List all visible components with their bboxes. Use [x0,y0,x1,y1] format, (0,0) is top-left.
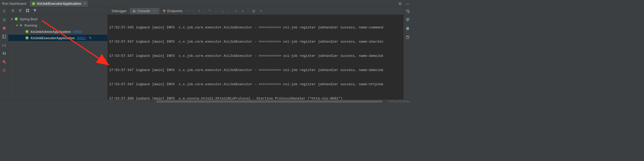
tab-debugger[interactable]: Debugger [109,8,129,14]
svg-line-3 [3,19,3,19]
log-line: 17:53:57.545 logback [main] INFO c.x.job… [109,25,402,30]
watermark: CSDN @ACGkaka [388,100,410,103]
svg-line-6 [5,21,6,21]
drop-frame-icon[interactable]: ⇥ [234,9,237,13]
toggle-line-icon[interactable]: ≡ [198,9,200,13]
svg-point-20 [15,17,18,21]
gear-icon[interactable]: ⚙ [398,2,402,6]
trace-icon[interactable]: ≋ [259,9,262,13]
play-icon [20,24,23,27]
chevron-down-icon: ▾ [16,23,18,27]
force-step-icon[interactable]: ⤓ [221,9,224,13]
tab-console[interactable]: Console →⁺ [130,8,159,14]
svg-rect-17 [28,9,29,10]
tree-running-label: Running [24,23,37,27]
clear-icon[interactable] [406,35,410,40]
tree-toolbar [8,7,107,15]
log-line: 17:53:57.609 logback [main] INFO o.a.coy… [109,96,402,99]
stop-icon[interactable] [2,26,7,31]
svg-rect-23 [133,10,136,12]
svg-rect-19 [28,11,29,12]
tab-debugger-label: Debugger [112,9,127,13]
print-icon[interactable] [406,26,410,31]
tree-root-springboot[interactable]: ▾ Spring Boot [8,16,107,22]
edit-icon[interactable]: ✎ [89,36,92,40]
tab-endpoints[interactable]: Endpoints →⁺ [160,8,192,14]
spring-icon [25,30,29,33]
run-dashboard-label: Run Dashboard: [2,2,27,6]
log-line: 17:53:57.547 logback [main] INFO c.x.job… [109,54,402,58]
svg-point-12 [3,60,5,62]
pause-icon[interactable] [2,51,7,56]
console-area: Debugger Console →⁺ Endpoints →⁺ ≡ ↷ ↓ ⤓… [108,7,403,99]
svg-point-0 [32,2,35,5]
layout-icon[interactable] [2,34,7,39]
run-to-cursor-icon[interactable]: ⇲ [241,9,244,13]
spring-icon [25,36,29,40]
collapse-all-icon[interactable] [18,9,22,13]
main-area: ▷| ▾ [0,7,411,99]
svg-rect-8 [3,35,6,38]
app-name: XxlJobExecutorApplication [30,36,75,40]
app-port-link[interactable]: :8080/ [72,30,82,34]
console-output[interactable]: 17:53:57.545 logback [main] INFO c.x.job… [108,15,403,99]
console-icon [132,9,136,13]
svg-point-13 [4,62,6,63]
svg-line-5 [3,21,3,21]
svg-rect-30 [407,29,408,30]
run-tab[interactable]: XxlJobExecutorApplication × [30,1,88,7]
popout-icon[interactable]: →⁺ [185,9,189,13]
tree-app-executor[interactable]: XxlJobExecutorApplication :8081/ ✎ [8,35,107,41]
evaluate-icon[interactable]: ▦ [252,9,255,13]
step-out-icon[interactable]: ↑ [228,9,230,13]
step-icon[interactable]: ↷ [208,9,211,13]
svg-point-21 [25,30,29,33]
popout-icon[interactable]: →⁺ [152,9,157,13]
right-gutter [403,7,411,99]
debug-icon[interactable] [2,17,7,22]
minimize-icon[interactable]: — [406,2,409,6]
soft-wrap-icon[interactable] [406,9,410,14]
rerun-icon[interactable] [2,9,7,14]
chevron-down-icon: ▾ [11,17,13,21]
console-tabs: Debugger Console →⁺ Endpoints →⁺ ≡ ↷ ↓ ⤓… [108,7,403,15]
mute-breakpoints-icon[interactable] [2,68,7,73]
tree-root-label: Spring Boot [20,17,38,21]
svg-line-4 [5,19,6,19]
title-bar: Run Dashboard: XxlJobExecutorApplication… [0,0,411,7]
svg-rect-29 [407,27,408,28]
app-name: XxlJobAdminApplication [30,30,71,34]
view-breakpoints-icon[interactable] [2,59,7,64]
svg-line-15 [3,69,5,71]
endpoints-icon [162,9,166,13]
tree-app-admin[interactable]: XxlJobAdminApplication :8080/ [8,28,107,35]
log-line: 17:53:57.547 logback [main] INFO c.x.job… [109,39,402,44]
expand-all-icon[interactable] [11,9,15,13]
scroll-end-icon[interactable] [406,18,410,23]
spring-icon [32,2,35,6]
close-icon[interactable]: × [84,2,86,6]
svg-rect-18 [26,11,27,12]
svg-rect-7 [3,27,6,29]
svg-point-1 [3,19,5,21]
run-gutter: ▷| [0,7,8,99]
svg-rect-10 [3,52,4,55]
spring-icon [14,17,18,21]
scrollbar-thumb[interactable] [156,100,382,103]
group-icon[interactable] [26,9,29,13]
tree-running-group[interactable]: ▾ Running [8,22,107,28]
log-line: 17:53:57.547 logback [main] INFO c.x.job… [109,68,402,73]
filter-icon[interactable] [33,9,37,13]
step-over-icon[interactable]: ▷| [2,43,7,47]
horizontal-scrollbar[interactable] [0,99,411,103]
svg-rect-16 [26,9,27,10]
step-into-icon[interactable]: ↓ [215,9,217,13]
run-tab-label: XxlJobExecutorApplication [37,2,81,6]
app-port-link[interactable]: :8081/ [76,36,86,40]
svg-point-22 [25,36,29,39]
tab-endpoints-label: Endpoints [167,9,183,13]
run-tree: ▾ Spring Boot ▾ Running XxlJobAdminAppli… [8,15,107,42]
tab-console-label: Console [137,9,150,13]
tree-panel: ▾ Spring Boot ▾ Running XxlJobAdminAppli… [8,7,108,99]
svg-rect-11 [5,52,6,55]
